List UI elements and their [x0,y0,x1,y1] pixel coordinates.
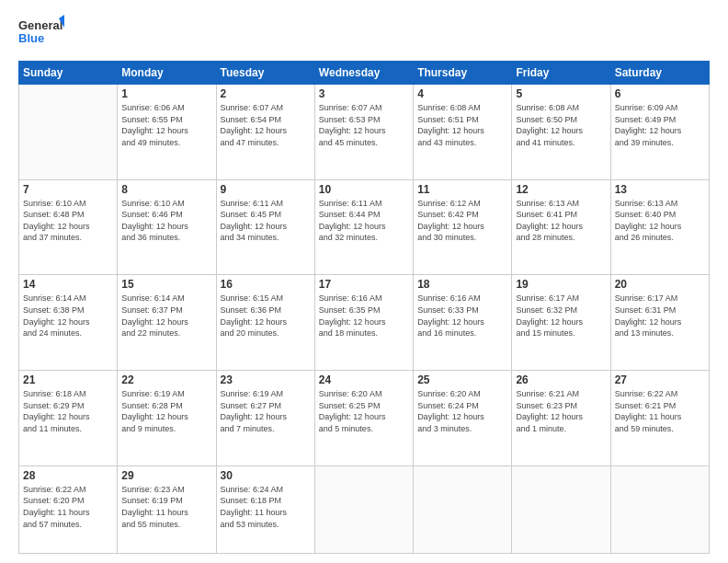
calendar-cell: 18Sunrise: 6:16 AMSunset: 6:33 PMDayligh… [414,275,512,371]
weekday-header-friday: Friday [512,62,610,85]
calendar-cell: 14Sunrise: 6:14 AMSunset: 6:38 PMDayligh… [19,275,118,371]
day-number: 5 [516,87,606,100]
day-info: Sunrise: 6:23 AMSunset: 6:19 PMDaylight:… [121,484,211,530]
day-number: 20 [615,278,705,291]
calendar-cell: 8Sunrise: 6:10 AMSunset: 6:46 PMDaylight… [118,179,216,275]
calendar-cell: 7Sunrise: 6:10 AMSunset: 6:48 PMDaylight… [19,179,118,275]
weekday-header-monday: Monday [118,62,216,85]
day-number: 18 [417,278,507,291]
weekday-header-thursday: Thursday [414,62,512,85]
day-info: Sunrise: 6:13 AMSunset: 6:41 PMDaylight:… [516,198,606,244]
calendar-cell: 21Sunrise: 6:18 AMSunset: 6:29 PMDayligh… [19,371,118,466]
day-info: Sunrise: 6:10 AMSunset: 6:48 PMDaylight:… [23,198,113,244]
week-row-1: 7Sunrise: 6:10 AMSunset: 6:48 PMDaylight… [19,179,710,275]
day-info: Sunrise: 6:13 AMSunset: 6:40 PMDaylight:… [615,198,705,244]
calendar-cell: 23Sunrise: 6:19 AMSunset: 6:27 PMDayligh… [216,371,314,466]
calendar-cell [414,465,512,553]
day-number: 8 [121,183,211,196]
day-info: Sunrise: 6:21 AMSunset: 6:23 PMDaylight:… [516,388,606,434]
day-number: 23 [221,373,311,386]
day-info: Sunrise: 6:24 AMSunset: 6:18 PMDaylight:… [221,484,311,530]
header: General Blue [18,15,710,53]
day-info: Sunrise: 6:11 AMSunset: 6:44 PMDaylight:… [319,198,409,244]
day-info: Sunrise: 6:16 AMSunset: 6:35 PMDaylight:… [319,293,409,339]
logo-svg: General Blue [18,15,64,53]
weekday-header-wednesday: Wednesday [314,62,413,85]
week-row-0: 1Sunrise: 6:06 AMSunset: 6:55 PMDaylight… [19,85,710,180]
week-row-4: 28Sunrise: 6:22 AMSunset: 6:20 PMDayligh… [19,465,710,553]
calendar-table: SundayMondayTuesdayWednesdayThursdayFrid… [18,61,710,554]
day-info: Sunrise: 6:07 AMSunset: 6:54 PMDaylight:… [221,102,311,148]
weekday-header-row: SundayMondayTuesdayWednesdayThursdayFrid… [19,62,710,85]
day-number: 9 [221,183,311,196]
day-info: Sunrise: 6:20 AMSunset: 6:25 PMDaylight:… [319,388,409,434]
day-number: 16 [221,278,311,291]
day-number: 17 [319,278,409,291]
weekday-header-saturday: Saturday [610,62,709,85]
calendar-cell: 28Sunrise: 6:22 AMSunset: 6:20 PMDayligh… [19,465,118,553]
day-number: 22 [121,373,211,386]
day-number: 1 [121,87,211,100]
day-info: Sunrise: 6:11 AMSunset: 6:45 PMDaylight:… [221,198,311,244]
calendar-cell: 24Sunrise: 6:20 AMSunset: 6:25 PMDayligh… [314,371,413,466]
day-info: Sunrise: 6:22 AMSunset: 6:21 PMDaylight:… [615,388,705,434]
calendar-cell: 5Sunrise: 6:08 AMSunset: 6:50 PMDaylight… [512,85,610,180]
day-info: Sunrise: 6:07 AMSunset: 6:53 PMDaylight:… [319,102,409,148]
calendar-cell: 20Sunrise: 6:17 AMSunset: 6:31 PMDayligh… [610,275,709,371]
day-number: 27 [615,373,705,386]
day-number: 26 [516,373,606,386]
day-number: 24 [319,373,409,386]
day-number: 21 [23,373,113,386]
day-info: Sunrise: 6:14 AMSunset: 6:37 PMDaylight:… [121,293,211,339]
day-info: Sunrise: 6:22 AMSunset: 6:20 PMDaylight:… [23,484,113,530]
calendar-cell: 10Sunrise: 6:11 AMSunset: 6:44 PMDayligh… [314,179,413,275]
logo: General Blue [18,15,64,53]
day-info: Sunrise: 6:16 AMSunset: 6:33 PMDaylight:… [417,293,507,339]
day-info: Sunrise: 6:15 AMSunset: 6:36 PMDaylight:… [221,293,311,339]
day-number: 28 [23,469,113,482]
calendar-cell [314,465,413,553]
calendar-cell: 27Sunrise: 6:22 AMSunset: 6:21 PMDayligh… [610,371,709,466]
day-number: 2 [221,87,311,100]
calendar-cell: 17Sunrise: 6:16 AMSunset: 6:35 PMDayligh… [314,275,413,371]
day-info: Sunrise: 6:18 AMSunset: 6:29 PMDaylight:… [23,388,113,434]
day-info: Sunrise: 6:09 AMSunset: 6:49 PMDaylight:… [615,102,705,148]
svg-text:Blue: Blue [18,31,44,45]
day-number: 4 [417,87,507,100]
day-info: Sunrise: 6:08 AMSunset: 6:50 PMDaylight:… [516,102,606,148]
week-row-3: 21Sunrise: 6:18 AMSunset: 6:29 PMDayligh… [19,371,710,466]
calendar-cell: 15Sunrise: 6:14 AMSunset: 6:37 PMDayligh… [118,275,216,371]
day-info: Sunrise: 6:17 AMSunset: 6:31 PMDaylight:… [615,293,705,339]
calendar-cell [610,465,709,553]
calendar-cell: 29Sunrise: 6:23 AMSunset: 6:19 PMDayligh… [118,465,216,553]
day-number: 3 [319,87,409,100]
calendar-cell [512,465,610,553]
day-info: Sunrise: 6:20 AMSunset: 6:24 PMDaylight:… [417,388,507,434]
day-info: Sunrise: 6:17 AMSunset: 6:32 PMDaylight:… [516,293,606,339]
calendar-cell: 16Sunrise: 6:15 AMSunset: 6:36 PMDayligh… [216,275,314,371]
day-info: Sunrise: 6:19 AMSunset: 6:28 PMDaylight:… [121,388,211,434]
calendar-cell: 12Sunrise: 6:13 AMSunset: 6:41 PMDayligh… [512,179,610,275]
calendar-cell: 11Sunrise: 6:12 AMSunset: 6:42 PMDayligh… [414,179,512,275]
day-number: 7 [23,183,113,196]
weekday-header-tuesday: Tuesday [216,62,314,85]
calendar-cell: 26Sunrise: 6:21 AMSunset: 6:23 PMDayligh… [512,371,610,466]
day-info: Sunrise: 6:10 AMSunset: 6:46 PMDaylight:… [121,198,211,244]
svg-text:General: General [18,18,63,32]
day-number: 12 [516,183,606,196]
calendar-cell: 2Sunrise: 6:07 AMSunset: 6:54 PMDaylight… [216,85,314,180]
day-info: Sunrise: 6:06 AMSunset: 6:55 PMDaylight:… [121,102,211,148]
calendar-cell: 13Sunrise: 6:13 AMSunset: 6:40 PMDayligh… [610,179,709,275]
day-number: 30 [221,469,311,482]
calendar-cell: 30Sunrise: 6:24 AMSunset: 6:18 PMDayligh… [216,465,314,553]
day-number: 29 [121,469,211,482]
calendar-cell: 6Sunrise: 6:09 AMSunset: 6:49 PMDaylight… [610,85,709,180]
day-number: 25 [417,373,507,386]
day-info: Sunrise: 6:08 AMSunset: 6:51 PMDaylight:… [417,102,507,148]
day-number: 15 [121,278,211,291]
weekday-header-sunday: Sunday [19,62,118,85]
day-number: 13 [615,183,705,196]
day-info: Sunrise: 6:19 AMSunset: 6:27 PMDaylight:… [221,388,311,434]
calendar-cell: 4Sunrise: 6:08 AMSunset: 6:51 PMDaylight… [414,85,512,180]
day-info: Sunrise: 6:12 AMSunset: 6:42 PMDaylight:… [417,198,507,244]
